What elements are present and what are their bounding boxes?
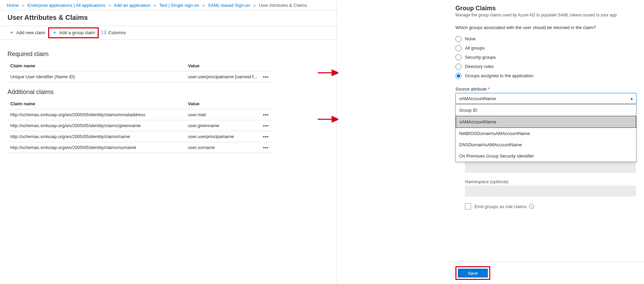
crumb-saml[interactable]: SAML-based Sign-on [208, 3, 250, 8]
source-attribute-dropdown[interactable]: sAMAccountName ▲ Group ID sAMAccountName… [455, 93, 636, 104]
cell-claim-name: http://schemas.xmlsoap.org/ws/2005/05/id… [8, 142, 185, 153]
crumb-add-app[interactable]: Add an application [114, 3, 150, 8]
dropdown-list: Group ID sAMAccountName NetBIOSDomain\sA… [455, 104, 636, 162]
radio-icon [455, 73, 462, 79]
table-row[interactable]: Unique User Identifier (Name ID) user.us… [8, 71, 274, 82]
additional-claims-table: Claim name Value http://schemas.xmlsoap.… [8, 98, 274, 153]
crumb-current: User Attributes & Claims [259, 3, 307, 8]
panel-title: Group Claims [455, 5, 638, 12]
th-value: Value [185, 98, 260, 109]
chevron-right-icon: > [251, 3, 258, 8]
name-input[interactable] [465, 162, 636, 173]
table-row[interactable]: http://schemas.xmlsoap.org/ws/2005/05/id… [8, 120, 274, 131]
group-claims-panel: Group Claims Manage the group claims use… [449, 0, 644, 284]
namespace-input[interactable] [465, 186, 636, 197]
svg-marker-9 [332, 117, 338, 122]
radio-label: None [465, 36, 476, 41]
cell-claim-value: user.givenname [185, 120, 260, 131]
dropdown-item[interactable]: Group ID [456, 105, 636, 116]
page-title: User Attributes & Claims [0, 10, 337, 26]
chevron-right-icon: > [20, 3, 26, 8]
add-new-claim-button[interactable]: ＋ Add new claim [6, 27, 48, 38]
panel-subtitle: Manage the group claims used by Azure AD… [455, 13, 638, 17]
cell-claim-value: user.mail [185, 109, 260, 120]
svg-marker-7 [332, 70, 338, 76]
th-claim-name: Claim name [8, 98, 185, 109]
dropdown-item[interactable]: DNSDomain\sAMAccountName [456, 139, 636, 150]
radio-icon [455, 54, 462, 60]
radio-label: Groups assigned to the application [465, 73, 533, 78]
row-actions-button[interactable]: ••• [260, 71, 274, 82]
row-actions-button[interactable]: ••• [260, 109, 274, 120]
table-row[interactable]: http://schemas.xmlsoap.org/ws/2005/05/id… [8, 131, 274, 142]
source-attribute-label: Source attribute * [455, 86, 638, 92]
cell-claim-value: user.userprincipalname [185, 131, 260, 142]
table-row[interactable]: http://schemas.xmlsoap.org/ws/2005/05/id… [8, 142, 274, 153]
group-question-label: Which groups associated with the user sh… [455, 25, 638, 30]
chevron-right-icon: > [200, 3, 206, 8]
radio-security-groups[interactable]: Security groups [455, 53, 638, 62]
radio-all-groups[interactable]: All groups [455, 43, 638, 53]
columns-icon [101, 31, 106, 35]
emit-roles-checkbox-row[interactable]: Emit groups as role claims i [465, 203, 638, 209]
add-group-claim-button[interactable]: ＋ Add a group claim [48, 27, 99, 38]
cell-claim-name: http://schemas.xmlsoap.org/ws/2005/05/id… [8, 109, 185, 120]
radio-directory-roles[interactable]: Directory roles [455, 62, 638, 71]
plus-icon: ＋ [9, 29, 14, 36]
radio-icon [455, 45, 462, 51]
panel-footer: Save [449, 262, 644, 284]
save-button[interactable]: Save [458, 269, 488, 278]
th-value: Value [185, 60, 260, 71]
add-claim-label: Add new claim [16, 30, 45, 35]
breadcrumb: Home > Enterprise applications | All app… [0, 0, 337, 10]
dropdown-item[interactable]: On Premises Group Security Identifier [456, 150, 636, 162]
radio-icon [455, 36, 462, 42]
cell-claim-name: http://schemas.xmlsoap.org/ws/2005/05/id… [8, 131, 185, 142]
cell-claim-name: Unique User Identifier (Name ID) [8, 71, 185, 82]
required-claims-table: Claim name Value Unique User Identifier … [8, 60, 274, 82]
chevron-up-icon: ▲ [630, 96, 634, 101]
columns-button[interactable]: Columns [99, 27, 128, 38]
group-selection-radio-group: None All groups Security groups Director… [455, 34, 638, 80]
cell-claim-value: user.userprincipalname [nameid-f... [185, 71, 260, 82]
toolbar: ＋ Add new claim ＋ Add a group claim Colu… [0, 26, 337, 40]
cell-claim-value: user.surname [185, 142, 260, 153]
chevron-right-icon: > [152, 3, 158, 8]
plus-icon: ＋ [52, 29, 57, 36]
crumb-enterprise-apps[interactable]: Enterprise applications | All applicatio… [27, 3, 105, 8]
info-icon[interactable]: i [529, 204, 534, 209]
required-claim-title: Required claim [8, 51, 329, 58]
arrow-annotation-icon [318, 68, 338, 78]
columns-label: Columns [108, 30, 126, 35]
emit-roles-label: Emit groups as role claims [475, 204, 526, 209]
radio-label: Directory roles [465, 64, 494, 69]
radio-label: All groups [465, 45, 485, 51]
chevron-right-icon: > [107, 3, 113, 8]
dropdown-item[interactable]: NetBIOSDomain\sAMAccountName [456, 128, 636, 139]
crumb-test-sso[interactable]: Test | Single sign-on [159, 3, 199, 8]
dropdown-value: sAMAccountName [459, 96, 496, 101]
radio-label: Security groups [465, 55, 496, 60]
radio-icon [455, 64, 462, 70]
crumb-home[interactable]: Home [7, 3, 19, 8]
row-actions-button[interactable]: ••• [260, 120, 274, 131]
checkbox-icon [465, 203, 471, 209]
table-row[interactable]: http://schemas.xmlsoap.org/ws/2005/05/id… [8, 109, 274, 120]
row-actions-button[interactable]: ••• [260, 131, 274, 142]
radio-none[interactable]: None [455, 34, 638, 43]
radio-groups-assigned[interactable]: Groups assigned to the application [455, 71, 638, 80]
arrow-annotation-icon [318, 115, 338, 125]
cell-claim-name: http://schemas.xmlsoap.org/ws/2005/05/id… [8, 120, 185, 131]
namespace-label: Namespace (optional) [465, 179, 638, 184]
additional-claims-title: Additional claims [8, 89, 329, 96]
dropdown-item[interactable]: sAMAccountName [456, 116, 636, 128]
row-actions-button[interactable]: ••• [260, 142, 274, 153]
th-claim-name: Claim name [8, 60, 185, 71]
add-group-claim-label: Add a group claim [59, 30, 95, 35]
